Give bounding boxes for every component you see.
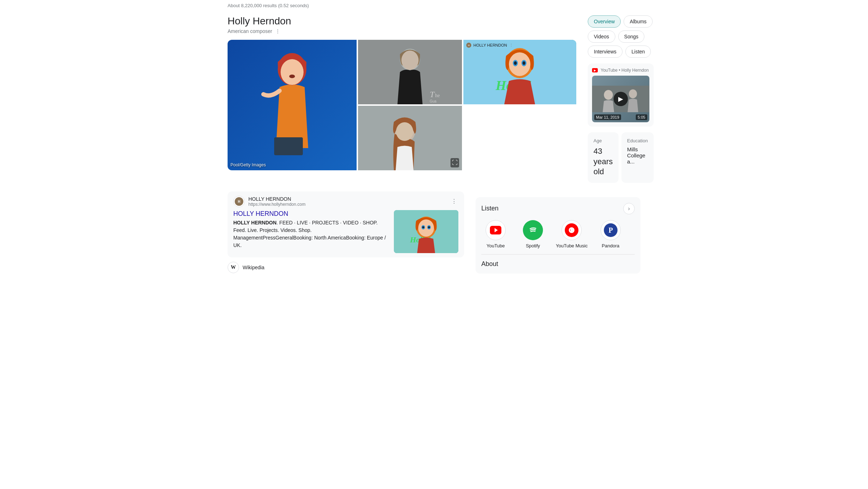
svg-point-16 bbox=[523, 61, 525, 65]
image-bw2[interactable]: ⛶ bbox=[358, 106, 462, 170]
entity-title: Holly Herndon bbox=[228, 15, 576, 27]
svg-point-34 bbox=[428, 226, 430, 228]
svg-text:P: P bbox=[609, 226, 613, 234]
site-icon: H bbox=[233, 196, 245, 207]
service-pandora[interactable]: P Pandora bbox=[596, 220, 625, 248]
image-performer[interactable]: Pool/Getty Images bbox=[228, 40, 357, 170]
search-results-section: H HOLLY HERNDON https://www.hollyherndon… bbox=[228, 191, 464, 274]
service-youtube-music[interactable]: YouTube Music bbox=[556, 220, 588, 248]
about-title: About bbox=[481, 260, 635, 268]
spotify-service-name: Spotify bbox=[526, 243, 540, 248]
wikipedia-result: W Wikipedia bbox=[228, 262, 464, 273]
listen-next-arrow[interactable]: › bbox=[623, 203, 635, 214]
image-bw1[interactable]: T he Gua bbox=[358, 40, 462, 104]
result-count: About 8,220,000 results (0.52 seconds) bbox=[228, 0, 640, 10]
website-thumbnail[interactable]: Holly! bbox=[394, 210, 458, 253]
website-desc-bold: HOLLY HERNDON bbox=[233, 220, 277, 225]
site-more-options[interactable]: ⋮ bbox=[450, 196, 458, 206]
wikipedia-name: Wikipedia bbox=[243, 265, 264, 270]
info-cards: Age 43 years old Education Mills College… bbox=[588, 132, 654, 183]
svg-text:H: H bbox=[468, 44, 469, 47]
video-source: YouTube • Holly Herndon bbox=[601, 68, 649, 73]
service-youtube[interactable]: YouTube bbox=[481, 220, 510, 248]
listen-divider bbox=[481, 254, 635, 255]
nav-tabs: Overview Albums Videos Songs Interviews … bbox=[588, 15, 654, 58]
image-expand-icon[interactable]: ⛶ bbox=[450, 158, 459, 167]
entity-more-options[interactable]: ⋮ bbox=[275, 28, 280, 34]
image-official-site[interactable]: Holly! H HOLLY HERNDON ⋮ bbox=[463, 40, 576, 104]
svg-text:T: T bbox=[430, 90, 435, 99]
svg-point-15 bbox=[514, 61, 517, 65]
site-name: HOLLY HERNDON bbox=[248, 196, 446, 202]
svg-point-6 bbox=[401, 51, 419, 70]
svg-point-24 bbox=[604, 90, 613, 100]
svg-point-22 bbox=[396, 122, 413, 141]
svg-rect-2 bbox=[274, 137, 303, 155]
youtube-video-card[interactable]: ▶ YouTube • Holly Herndon bbox=[588, 63, 654, 127]
svg-text:H: H bbox=[238, 200, 240, 204]
youtube-logo-small: ▶ bbox=[592, 68, 598, 72]
site-url: https://www.hollyherndon.com bbox=[248, 202, 446, 207]
tab-overview[interactable]: Overview bbox=[588, 15, 621, 28]
wikipedia-icon: W bbox=[228, 262, 239, 273]
svg-point-3 bbox=[289, 75, 295, 78]
education-value: Mills College a... bbox=[627, 146, 648, 165]
age-label: Age bbox=[593, 138, 613, 143]
website-result-card: H HOLLY HERNDON https://www.hollyherndon… bbox=[228, 191, 464, 257]
tab-interviews[interactable]: Interviews bbox=[588, 46, 623, 58]
service-spotify[interactable]: Spotify bbox=[519, 220, 547, 248]
education-label: Education bbox=[627, 138, 648, 143]
website-title[interactable]: HOLLY HERNDON bbox=[233, 210, 388, 218]
tab-listen[interactable]: Listen bbox=[625, 46, 651, 58]
image-caption: Pool/Getty Images bbox=[230, 162, 266, 167]
listen-section: Listen › YouTube bbox=[476, 197, 640, 274]
spotify-service-icon bbox=[523, 220, 543, 240]
svg-text:he: he bbox=[435, 93, 440, 98]
listen-services: YouTube Spotify bbox=[481, 220, 635, 248]
svg-point-1 bbox=[281, 59, 304, 85]
age-value: 43 years old bbox=[593, 146, 613, 177]
svg-point-30 bbox=[418, 219, 434, 237]
youtube-service-name: YouTube bbox=[486, 243, 505, 248]
tab-albums[interactable]: Albums bbox=[624, 15, 653, 28]
listen-title: Listen bbox=[481, 205, 499, 212]
svg-point-25 bbox=[629, 89, 637, 98]
svg-point-12 bbox=[509, 52, 530, 76]
video-date: Mar 11, 2019 bbox=[594, 114, 621, 120]
ytmusic-service-icon bbox=[562, 220, 582, 240]
svg-point-33 bbox=[422, 226, 424, 228]
website-desc: HOLLY HERNDON. FEED · LIVE · PROJECTS · … bbox=[233, 219, 388, 249]
video-play-button[interactable]: ▶ bbox=[614, 92, 628, 106]
video-thumbnail[interactable]: ▶ Mar 11, 2019 5:05 bbox=[592, 76, 649, 122]
tab-songs[interactable]: Songs bbox=[618, 30, 645, 43]
svg-point-38 bbox=[527, 224, 539, 236]
holly-site-logo: H bbox=[466, 43, 471, 48]
pandora-service-icon: P bbox=[601, 220, 621, 240]
video-duration: 5:05 bbox=[636, 114, 647, 120]
pandora-service-name: Pandora bbox=[602, 243, 619, 248]
svg-text:Gua: Gua bbox=[430, 99, 437, 103]
ytmusic-service-name: YouTube Music bbox=[556, 243, 588, 248]
education-card[interactable]: Education Mills College a... bbox=[621, 132, 654, 183]
youtube-service-icon bbox=[486, 220, 506, 240]
entity-subtitle-text: American composer bbox=[228, 28, 272, 34]
tab-videos[interactable]: Videos bbox=[588, 30, 615, 43]
age-card[interactable]: Age 43 years old bbox=[588, 132, 619, 183]
image-grid: Pool/Getty Images T bbox=[228, 40, 576, 170]
